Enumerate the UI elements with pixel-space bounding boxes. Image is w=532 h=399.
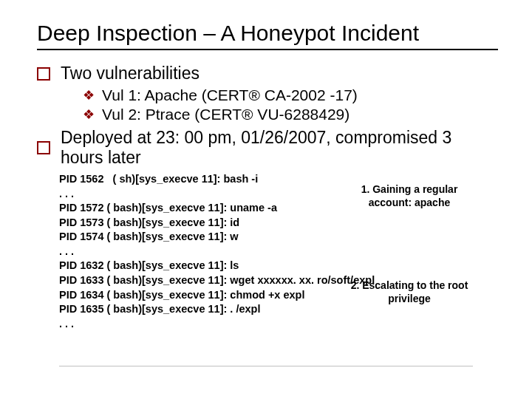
footer-divider [59, 366, 473, 366]
log-line: . . . [59, 245, 498, 259]
log-line: . . . [59, 317, 498, 332]
log-output: PID 1562 ( sh)[sys_execve 11]: bash -i .… [59, 172, 498, 331]
bullet-text: Vul 1: Apache (CERT® CA-2002 -17) [102, 86, 358, 104]
bullet-text: Vul 2: Ptrace (CERT® VU-6288429) [102, 106, 349, 123]
bullet-text: Deployed at 23: 00 pm, 01/26/2007, compr… [61, 128, 474, 168]
square-bullet-icon [37, 141, 50, 154]
diamond-bullet-icon: ❖ [83, 87, 95, 103]
bullet-list: Two vulnerabilities ❖ Vul 1: Apache (CER… [37, 64, 498, 168]
diamond-bullet-icon: ❖ [83, 106, 95, 123]
bullet-level-2: ❖ Vul 1: Apache (CERT® CA-2002 -17) [83, 86, 498, 104]
bullet-text: Two vulnerabilities [61, 64, 200, 83]
bullet-level-2: ❖ Vul 2: Ptrace (CERT® VU-6288429) [83, 106, 498, 123]
log-line: PID 1574 ( bash)[sys_execve 11]: w [59, 230, 498, 245]
slide: Deep Inspection – A Honeypot Incident Tw… [0, 0, 532, 399]
callout-label: 2. Escalating to the root privilege [350, 279, 468, 305]
log-line: PID 1573 ( bash)[sys_execve 11]: id [59, 216, 498, 231]
square-bullet-icon [37, 67, 50, 81]
callout-label: 1. Gaining a regular account: apache [350, 183, 468, 209]
slide-title: Deep Inspection – A Honeypot Incident [37, 21, 498, 50]
log-line: PID 1632 ( bash)[sys_execve 11]: ls [59, 259, 498, 273]
bullet-level-1: Deployed at 23: 00 pm, 01/26/2007, compr… [37, 128, 498, 168]
bullet-level-1: Two vulnerabilities [37, 64, 498, 83]
